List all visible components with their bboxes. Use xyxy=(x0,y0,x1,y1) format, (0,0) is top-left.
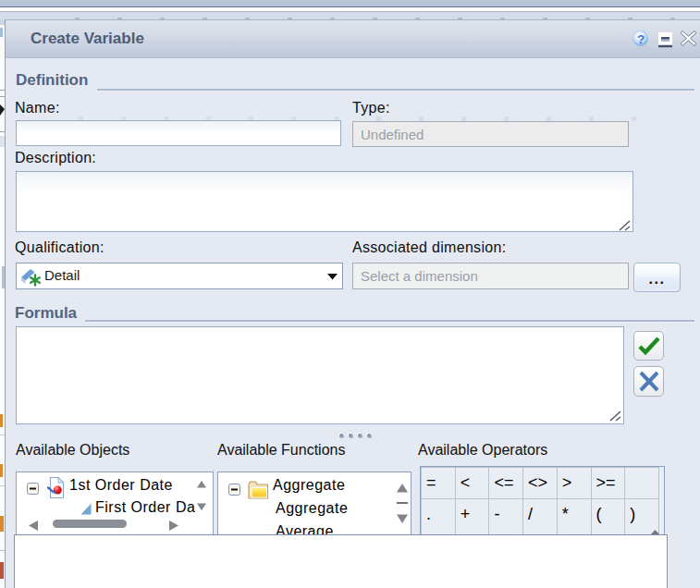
svg-text:?: ? xyxy=(637,32,645,46)
